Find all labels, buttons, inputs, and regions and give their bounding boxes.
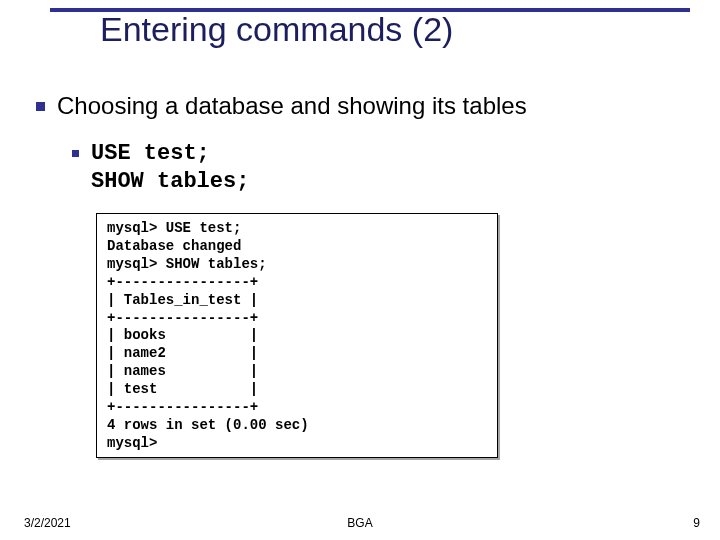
bullet-level1-text: Choosing a database and showing its tabl… bbox=[57, 92, 527, 120]
title-block: Entering commands (2) bbox=[50, 8, 670, 49]
footer-page-number: 9 bbox=[693, 516, 700, 530]
terminal-output: mysql> USE test; Database changed mysql>… bbox=[107, 220, 487, 453]
footer-date: 3/2/2021 bbox=[24, 516, 71, 530]
slide-title: Entering commands (2) bbox=[100, 10, 670, 49]
footer-author: BGA bbox=[347, 516, 372, 530]
slide-body: Choosing a database and showing its tabl… bbox=[36, 92, 686, 458]
bullet-square-icon bbox=[72, 150, 79, 157]
command-code: USE test; SHOW tables; bbox=[91, 140, 249, 195]
bullet-level2: USE test; SHOW tables; bbox=[72, 140, 686, 195]
terminal-output-box: mysql> USE test; Database changed mysql>… bbox=[96, 213, 498, 458]
bullet-square-icon bbox=[36, 102, 45, 111]
bullet-level1: Choosing a database and showing its tabl… bbox=[36, 92, 686, 120]
